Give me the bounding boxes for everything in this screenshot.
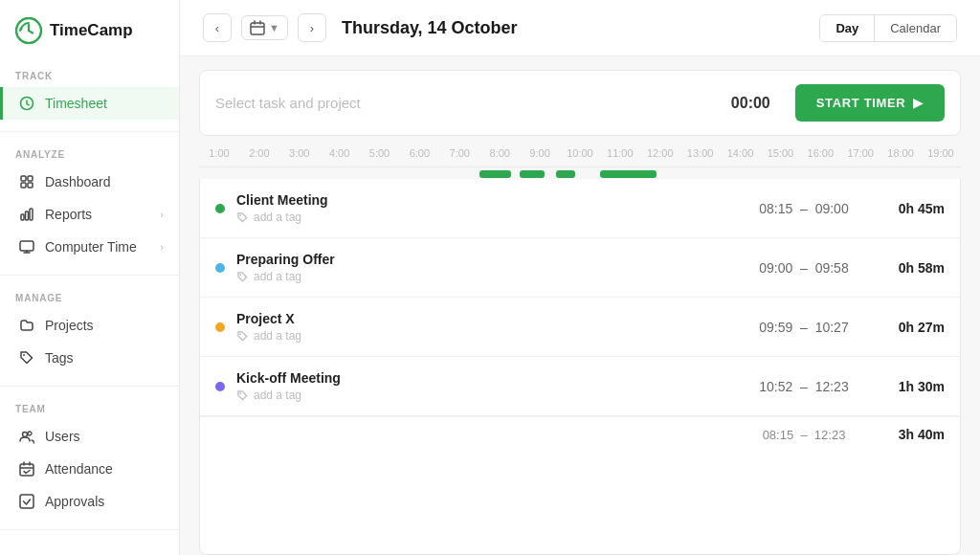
- monitor-icon: [18, 238, 35, 255]
- sidebar-item-label: Timesheet: [45, 96, 164, 111]
- sidebar-divider: [0, 386, 179, 387]
- day-view-button[interactable]: Day: [820, 15, 875, 41]
- timeline-hour-label: 4:00: [320, 147, 360, 163]
- sidebar-divider: [0, 131, 179, 132]
- entry-tag[interactable]: add a tag: [236, 388, 730, 402]
- calendar-chevron-icon: ▼: [269, 22, 279, 33]
- timeline-hour-label: 14:00: [721, 147, 761, 163]
- summary-time-range: 08:15 – 12:23: [742, 428, 866, 442]
- sidebar-item-timesheet[interactable]: Timesheet: [0, 87, 179, 120]
- svg-point-20: [239, 392, 241, 394]
- calendar-check-icon: [18, 460, 35, 477]
- table-row: Kick-off Meeting add a tag 10:52 – 12:23…: [200, 357, 960, 416]
- sidebar-section-label: ANALYZE: [0, 149, 179, 166]
- sidebar-item-label: Attendance: [45, 461, 164, 477]
- svg-rect-16: [251, 23, 264, 34]
- entry-color-dot: [215, 204, 225, 213]
- table-row: Project X add a tag 09:59 – 10:27 0h 27m: [200, 298, 960, 357]
- svg-rect-4: [28, 176, 33, 181]
- grid-icon: [18, 173, 35, 190]
- calendar-view-button[interactable]: Calendar: [875, 15, 956, 41]
- svg-rect-15: [20, 495, 33, 508]
- entry-color-dot: [215, 322, 225, 332]
- entry-name: Client Meeting: [236, 192, 730, 208]
- timecamp-logo-icon: [15, 17, 42, 44]
- table-row: Client Meeting add a tag 08:15 – 09:00 0…: [200, 179, 960, 238]
- entry-info: Kick-off Meeting add a tag: [236, 370, 730, 402]
- calendar-icon: [250, 20, 265, 35]
- entry-tag[interactable]: add a tag: [236, 211, 730, 224]
- sidebar-item-attendance[interactable]: Attendance: [0, 453, 179, 485]
- sidebar-section-analyze: ANALYZEDashboardReports›Computer Time›: [0, 140, 179, 267]
- play-icon: ▶: [913, 96, 924, 110]
- entry-tag[interactable]: add a tag: [236, 329, 730, 343]
- sidebar-item-label: Users: [45, 429, 164, 444]
- timeline-hour-label: 8:00: [479, 147, 520, 163]
- table-row: Preparing Offer add a tag 09:00 – 09:58 …: [200, 238, 960, 298]
- timeline-hour-label: 7:00: [439, 147, 479, 163]
- sidebar-item-label: Approvals: [45, 494, 164, 509]
- sidebar-item-dashboard[interactable]: Dashboard: [0, 166, 179, 198]
- entry-time-range: 09:59 – 10:27: [742, 320, 866, 335]
- timeline-hour-label: 1:00: [199, 147, 239, 163]
- entry-color-dot: [215, 382, 225, 391]
- users-icon: [18, 428, 35, 445]
- topbar: ‹ ▼ › Thursday, 14 October Day Calendar: [180, 0, 980, 56]
- tag-icon: [236, 211, 249, 224]
- start-timer-button[interactable]: START TIMER ▶: [795, 84, 945, 122]
- timeline-hour-label: 5:00: [360, 147, 400, 163]
- summary-duration: 3h 40m: [878, 427, 945, 442]
- summary-row: 08:15 – 12:23 3h 40m: [200, 416, 960, 452]
- sidebar-item-users[interactable]: Users: [0, 420, 179, 453]
- sidebar: TimeCamp TRACKTimesheetANALYZEDashboardR…: [0, 0, 180, 555]
- timeline-segment: [556, 170, 576, 178]
- entry-color-dot: [215, 263, 225, 273]
- sidebar-divider: [0, 275, 179, 276]
- entry-time-range: 08:15 – 09:00: [742, 201, 866, 216]
- timeline-hour-label: 12:00: [640, 147, 680, 163]
- entry-tag[interactable]: add a tag: [236, 270, 730, 283]
- entry-info: Project X add a tag: [236, 311, 730, 343]
- sidebar-item-tags[interactable]: Tags: [0, 342, 179, 374]
- bar-chart-icon: [18, 206, 35, 223]
- chevron-right-icon: ›: [160, 209, 164, 220]
- prev-day-button[interactable]: ‹: [203, 13, 232, 42]
- sidebar-item-approvals[interactable]: Approvals: [0, 485, 179, 518]
- timeline-track: 1:002:003:004:005:006:007:008:009:0010:0…: [199, 147, 961, 167]
- sidebar-item-computer-time[interactable]: Computer Time›: [0, 231, 179, 263]
- sidebar-divider: [0, 529, 179, 530]
- folder-icon: [18, 317, 35, 334]
- chevron-right-icon: ›: [160, 241, 164, 253]
- timeline-hour-label: 11:00: [600, 147, 640, 163]
- entry-duration: 0h 27m: [878, 320, 945, 335]
- calendar-picker-button[interactable]: ▼: [241, 15, 288, 40]
- next-day-button[interactable]: ›: [298, 13, 326, 42]
- entry-name: Preparing Offer: [236, 252, 730, 267]
- sidebar-section-manage: MANAGEProjectsTags: [0, 283, 179, 378]
- sidebar-item-projects[interactable]: Projects: [0, 309, 179, 342]
- entry-time-range: 10:52 – 12:23: [742, 379, 866, 394]
- task-selector[interactable]: Select task and project: [215, 95, 720, 111]
- svg-rect-8: [26, 211, 29, 220]
- sidebar-section-label: TEAM: [0, 404, 179, 420]
- view-toggle: Day Calendar: [819, 14, 957, 42]
- sidebar-item-reports[interactable]: Reports›: [0, 198, 179, 231]
- sidebar-item-label: Dashboard: [45, 174, 164, 189]
- sidebar-section-team: TEAMUsersAttendanceApprovals: [0, 394, 179, 522]
- timeline-hour-label: 3:00: [279, 147, 320, 163]
- timeline-hour-label: 17:00: [840, 147, 880, 163]
- timer-bar: Select task and project 00:00 START TIME…: [199, 70, 961, 136]
- svg-rect-3: [21, 176, 26, 181]
- tag-icon: [18, 349, 35, 366]
- sidebar-section-label: TRACK: [0, 71, 179, 87]
- timeline-hour-label: 9:00: [520, 147, 560, 163]
- check-square-icon: [18, 493, 35, 510]
- svg-rect-6: [28, 183, 33, 188]
- svg-rect-14: [20, 464, 33, 476]
- timeline-area: 1:002:003:004:005:006:007:008:009:0010:0…: [199, 147, 961, 179]
- timeline-segment: [520, 170, 544, 178]
- timeline-hour-label: 19:00: [921, 147, 961, 163]
- svg-point-17: [239, 214, 241, 216]
- svg-point-11: [23, 354, 25, 356]
- sidebar-item-label: Computer Time: [45, 239, 150, 255]
